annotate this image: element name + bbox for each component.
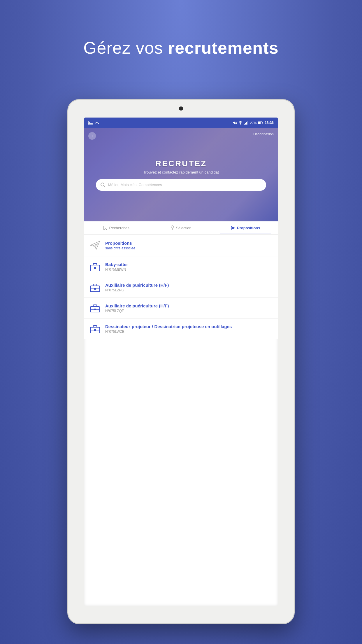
- svg-marker-16: [90, 241, 100, 249]
- tab-recherches[interactable]: Recherches: [84, 221, 149, 234]
- tablet-device: 27% 18:36 i Déconnexion: [67, 99, 295, 624]
- item-baby-sitter-title: Baby-sitter: [105, 262, 273, 267]
- item-baby-sitter-text: Baby-sitter N°075MBWN: [105, 262, 273, 272]
- hero-title: RECRUTEZ: [143, 159, 219, 168]
- header-text-bold: recrutements: [168, 38, 278, 57]
- item-dessinateur-number: N°075LWZB: [105, 330, 273, 334]
- item-auxiliaire-2-text: Auxiliaire de puériculture (H/F) N°075LZ…: [105, 303, 273, 313]
- item-auxiliaire-1-text: Auxiliaire de puériculture (H/F) N°075LZ…: [105, 283, 273, 292]
- item-auxiliaire-2-number: N°075LZQF: [105, 309, 273, 313]
- item-sans-offre-subtitle: sans offre associée: [105, 246, 273, 250]
- status-bar: 27% 18:36: [84, 118, 278, 128]
- svg-rect-8: [247, 121, 248, 125]
- wifi-icon: [238, 121, 242, 125]
- info-button[interactable]: i: [88, 132, 96, 140]
- item-auxiliaire-1-title: Auxiliaire de puériculture (H/F): [105, 283, 273, 288]
- briefcase-container-4: [89, 323, 101, 334]
- mute-icon: [233, 121, 237, 125]
- item-dessinateur-title: Dessinateur-projeteur / Dessinatrice-pro…: [105, 324, 273, 329]
- hero-subtitle: Trouvez et contactez rapidement un candi…: [143, 170, 219, 174]
- item-baby-sitter-number: N°075MBWN: [105, 267, 273, 272]
- paper-plane-container: [89, 240, 101, 251]
- send-icon: [231, 226, 235, 230]
- list-item-sans-offre[interactable]: Propositions sans offre associée: [84, 235, 278, 256]
- svg-rect-7: [246, 122, 247, 125]
- svg-rect-11: [258, 122, 261, 124]
- search-icon: [101, 183, 105, 187]
- hero-search[interactable]: Métier, Mots clés, Compétences: [96, 179, 266, 191]
- tab-selection-label: Sélection: [176, 226, 191, 230]
- deconnexion-button[interactable]: Déconnexion: [253, 132, 274, 136]
- tablet-screen: 27% 18:36 i Déconnexion: [84, 118, 278, 606]
- info-label: i: [92, 134, 93, 138]
- svg-line-17: [93, 246, 95, 246]
- item-sans-offre-text: Propositions sans offre associée: [105, 241, 273, 250]
- deconnexion-label: Déconnexion: [253, 132, 274, 136]
- battery-icon: [258, 121, 263, 124]
- hero-overlay: [84, 128, 278, 221]
- briefcase-icon-1: [90, 262, 100, 271]
- time-display: 18:36: [265, 121, 274, 125]
- content-list: Propositions sans offre associée: [84, 235, 278, 339]
- tab-selection[interactable]: Sélection: [149, 221, 213, 234]
- image-status-icon: [88, 121, 93, 125]
- list-item-dessinateur[interactable]: Dessinateur-projeteur / Dessinatrice-pro…: [84, 318, 278, 339]
- item-dessinateur-text: Dessinateur-projeteur / Dessinatrice-pro…: [105, 324, 273, 334]
- page-header: Gérez vos recrutements: [0, 38, 362, 57]
- svg-point-14: [171, 226, 173, 228]
- item-auxiliaire-2-title: Auxiliaire de puériculture (H/F): [105, 303, 273, 308]
- header-text-regular: Gérez vos: [83, 38, 168, 57]
- svg-rect-0: [88, 121, 93, 125]
- list-item-auxiliaire-1[interactable]: Auxiliaire de puériculture (H/F) N°075LZ…: [84, 277, 278, 298]
- hero-banner: i Déconnexion RECRUTEZ Trouvez et contac…: [84, 128, 278, 221]
- svg-rect-10: [263, 122, 263, 123]
- list-item-auxiliaire-2[interactable]: Auxiliaire de puériculture (H/F) N°075LZ…: [84, 298, 278, 318]
- paper-plane-icon: [90, 241, 100, 250]
- search-box[interactable]: Métier, Mots clés, Compétences: [96, 179, 266, 191]
- tabs-bar: Recherches Sélection Propositions: [84, 221, 278, 235]
- svg-rect-23: [94, 288, 96, 290]
- briefcase-container-2: [89, 282, 101, 293]
- svg-rect-5: [244, 124, 245, 125]
- hero-content: RECRUTEZ Trouvez et contactez rapidement…: [143, 159, 219, 174]
- search-placeholder: Métier, Mots clés, Compétences: [108, 183, 162, 187]
- svg-marker-15: [231, 226, 235, 230]
- tab-recherches-label: Recherches: [109, 226, 129, 230]
- svg-rect-20: [94, 267, 96, 269]
- svg-point-4: [240, 124, 241, 125]
- signal-icon: [244, 121, 249, 125]
- briefcase-container-3: [89, 302, 101, 314]
- status-bar-left: [88, 121, 99, 125]
- briefcase-container-1: [89, 261, 101, 272]
- status-bar-right: 27% 18:36: [233, 121, 274, 125]
- briefcase-icon-2: [90, 283, 100, 292]
- list-item-baby-sitter[interactable]: Baby-sitter N°075MBWN: [84, 256, 278, 277]
- briefcase-icon-4: [90, 324, 100, 333]
- bookmark-icon: [103, 226, 107, 230]
- tab-propositions-label: Propositions: [237, 226, 260, 230]
- svg-line-13: [103, 186, 105, 187]
- svg-rect-29: [94, 329, 96, 331]
- briefcase-icon-3: [90, 304, 100, 312]
- battery-percent: 27%: [250, 121, 256, 125]
- svg-rect-26: [94, 309, 96, 310]
- item-sans-offre-title: Propositions: [105, 241, 273, 246]
- cast-status-icon: [95, 121, 99, 125]
- tab-propositions[interactable]: Propositions: [213, 221, 278, 234]
- tablet-inner: 27% 18:36 i Déconnexion: [68, 100, 294, 623]
- camera: [179, 106, 183, 111]
- item-auxiliaire-1-number: N°075LZPG: [105, 288, 273, 292]
- pin-icon: [171, 225, 174, 230]
- svg-rect-6: [245, 123, 246, 125]
